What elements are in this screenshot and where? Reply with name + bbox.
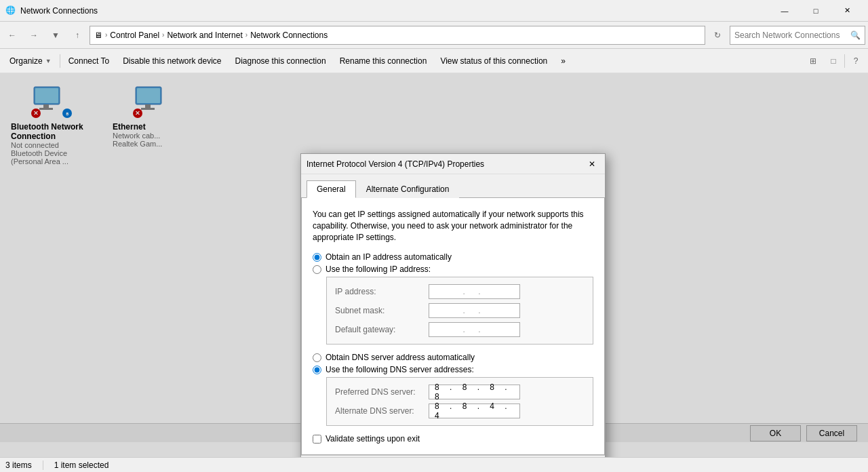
manual-dns-radio-label[interactable]: Use the following DNS server addresses: [313, 365, 593, 374]
diagnose-button[interactable]: Diagnose this connection [229, 50, 333, 72]
dialog-title-bar: Internet Protocol Version 4 (TCP/IPv4) P… [301, 154, 605, 174]
organize-button[interactable]: Organize ▼ [3, 50, 58, 72]
breadcrumb-network-internet[interactable]: Network and Internet [167, 31, 242, 40]
tcp-ipv4-dialog: Internet Protocol Version 4 (TCP/IPv4) P… [300, 153, 606, 457]
close-button[interactable]: ✕ [831, 0, 863, 22]
auto-dns-radio-label[interactable]: Obtain DNS server address automatically [313, 353, 593, 362]
preferred-dns-row: Preferred DNS server: 8 . 8 . 8 . 8 [335, 385, 585, 399]
dialog-description: You can get IP settings assigned automat… [313, 209, 593, 243]
auto-ip-radio[interactable] [313, 253, 321, 262]
breadcrumb[interactable]: 🖥 › Control Panel › Network and Internet… [90, 26, 705, 45]
toolbar: Organize ▼ Connect To Disable this netwo… [0, 49, 868, 73]
address-bar: ← → ▼ ↑ 🖥 › Control Panel › Network and … [0, 22, 868, 49]
disable-button[interactable]: Disable this network device [116, 50, 228, 72]
forward-button[interactable]: → [24, 26, 43, 45]
title-bar: 🌐 Network Connections — □ ✕ [0, 0, 868, 22]
alternate-dns-input[interactable]: 8 . 8 . 4 . 4 [429, 404, 520, 418]
search-input[interactable] [734, 31, 848, 40]
default-gateway-row: Default gateway: . . [335, 322, 585, 337]
search-box[interactable]: 🔍 [730, 26, 865, 45]
manual-dns-radio[interactable] [313, 366, 321, 374]
window-icon: 🌐 [5, 5, 16, 16]
main-window: 🌐 Network Connections — □ ✕ ← → ▼ ↑ 🖥 › … [0, 0, 868, 472]
back-button[interactable]: ← [3, 26, 22, 45]
ip-radio-group: Obtain an IP address automatically Use t… [313, 252, 593, 274]
tab-general[interactable]: General [307, 180, 356, 198]
ip-address-label: IP address: [335, 287, 423, 296]
status-separator [43, 460, 43, 470]
minimize-button[interactable]: — [769, 0, 800, 22]
status-bar: 3 items 1 item selected [0, 457, 868, 472]
tab-alternate-config[interactable]: Alternate Configuration [356, 180, 460, 198]
validate-checkbox-label[interactable]: Validate settings upon exit [313, 434, 593, 444]
dialog-title: Internet Protocol Version 4 (TCP/IPv4) P… [307, 159, 585, 169]
auto-ip-radio-label[interactable]: Obtain an IP address automatically [313, 252, 593, 262]
subnet-mask-input[interactable]: . . [429, 303, 520, 318]
refresh-button[interactable]: ↻ [708, 26, 727, 45]
more-button[interactable]: » [554, 50, 572, 72]
window-title: Network Connections [20, 6, 769, 16]
rename-button[interactable]: Rename this connection [333, 50, 434, 72]
preferred-dns-input[interactable]: 8 . 8 . 8 . 8 [429, 385, 520, 399]
dropdown-button[interactable]: ▼ [46, 26, 65, 45]
maximize-button[interactable]: □ [800, 0, 831, 22]
dialog-footer: Advanced... OK Cancel [301, 455, 605, 457]
ip-fields-section: IP address: . . Subnet mask: . . Default… [326, 277, 593, 345]
breadcrumb-icon: 🖥 [94, 31, 102, 40]
alternate-dns-label: Alternate DNS server: [335, 406, 423, 416]
content-area: ✕ ʙ Bluetooth Network Connection Not con… [0, 73, 868, 457]
manual-ip-radio[interactable] [313, 265, 321, 274]
view-status-button[interactable]: View status of this connection [433, 50, 554, 72]
validate-checkbox[interactable] [313, 435, 321, 444]
breadcrumb-control-panel[interactable]: Control Panel [110, 31, 159, 40]
default-gateway-label: Default gateway: [335, 325, 423, 334]
manual-ip-radio-label[interactable]: Use the following IP address: [313, 264, 593, 274]
window-controls: — □ ✕ [769, 0, 863, 22]
search-icon: 🔍 [850, 31, 861, 40]
dns-section: Obtain DNS server address automatically … [313, 353, 593, 426]
chevron-down-icon: ▼ [45, 58, 52, 64]
preferred-dns-label: Preferred DNS server: [335, 387, 423, 397]
ip-address-row: IP address: . . [335, 284, 585, 299]
up-button[interactable]: ↑ [68, 26, 87, 45]
modal-overlay: Internet Protocol Version 4 (TCP/IPv4) P… [0, 73, 868, 457]
view-mode-button[interactable]: ⊞ [804, 52, 823, 71]
dialog-close-button[interactable]: ✕ [585, 157, 599, 172]
selected-count: 1 item selected [54, 460, 109, 470]
toolbar-separator [60, 54, 60, 68]
toolbar-separator-2 [844, 54, 845, 68]
default-gateway-input[interactable]: . . [429, 322, 520, 337]
alternate-dns-row: Alternate DNS server: 8 . 8 . 4 . 4 [335, 404, 585, 418]
breadcrumb-network-connections[interactable]: Network Connections [250, 31, 328, 40]
subnet-mask-row: Subnet mask: . . [335, 303, 585, 318]
ip-address-input[interactable]: . . [429, 284, 520, 299]
help-button[interactable]: ? [846, 52, 865, 71]
auto-dns-radio[interactable] [313, 353, 321, 362]
preview-button[interactable]: □ [824, 52, 843, 71]
dns-radio-group: Obtain DNS server address automatically … [313, 353, 593, 374]
view-options: ⊞ □ [804, 52, 843, 71]
subnet-mask-label: Subnet mask: [335, 306, 423, 315]
dialog-tabs: General Alternate Configuration [301, 174, 605, 198]
dns-fields-section: Preferred DNS server: 8 . 8 . 8 . 8 Alte… [326, 377, 593, 426]
connect-to-button[interactable]: Connect To [62, 50, 117, 72]
dialog-body: You can get IP settings assigned automat… [301, 198, 605, 455]
items-count: 3 items [5, 460, 32, 470]
